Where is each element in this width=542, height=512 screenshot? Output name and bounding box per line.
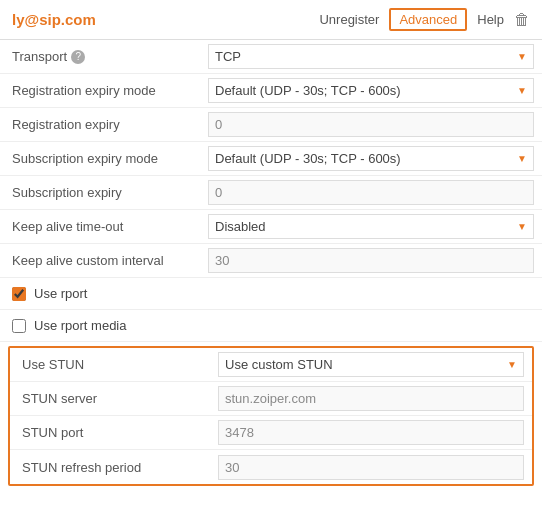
label-text: Transport [12, 49, 67, 64]
stun-row: STUN port [10, 416, 532, 450]
select-wrapper: Default (UDP - 30s; TCP - 600s)▼ [208, 78, 534, 103]
stun-value [210, 382, 532, 415]
unregister-link[interactable]: Unregister [319, 12, 379, 27]
checkbox-label: Use rport media [34, 318, 126, 333]
select-wrapper: Default (UDP - 30s; TCP - 600s)▼ [208, 146, 534, 171]
use-rport-checkbox[interactable] [12, 287, 26, 301]
select-wrapper: DisabledEnabled▼ [208, 214, 534, 239]
form-input[interactable] [208, 248, 534, 273]
form-value: Default (UDP - 30s; TCP - 600s)▼ [200, 74, 542, 107]
form-row: Registration expiry [0, 108, 542, 142]
form-row: Keep alive time-outDisabledEnabled▼ [0, 210, 542, 244]
form-value [200, 176, 542, 209]
account-title: ly@sip.com [12, 11, 96, 28]
label-text: Registration expiry [12, 117, 120, 132]
form-value: DisabledEnabled▼ [200, 210, 542, 243]
delete-icon[interactable]: 🗑 [514, 11, 530, 29]
label-text: Registration expiry mode [12, 83, 156, 98]
checkbox-row: Use rport media [0, 310, 542, 342]
stun-select-wrapper: Use custom STUNDisabledDefault▼ [218, 352, 524, 377]
form-row: Subscription expiry [0, 176, 542, 210]
stun-label: STUN server [10, 385, 210, 412]
form-select[interactable]: Default (UDP - 30s; TCP - 600s) [209, 147, 533, 170]
header-actions: Unregister Advanced Help 🗑 [319, 8, 530, 31]
form-label: Keep alive custom interval [0, 247, 200, 274]
label-text: Subscription expiry [12, 185, 122, 200]
form-row: Keep alive custom interval [0, 244, 542, 278]
form-label: Transport? [0, 43, 200, 70]
stun-value [210, 451, 532, 484]
form-select[interactable]: TCPUDPTLS [209, 45, 533, 68]
form-label: Registration expiry mode [0, 77, 200, 104]
stun-label: STUN port [10, 419, 210, 446]
stun-row: Use STUNUse custom STUNDisabledDefault▼ [10, 348, 532, 382]
help-icon[interactable]: ? [71, 50, 85, 64]
form-label: Registration expiry [0, 111, 200, 138]
form-value [200, 244, 542, 277]
label-text: Keep alive time-out [12, 219, 123, 234]
stun-input[interactable] [218, 386, 524, 411]
form-row: Subscription expiry modeDefault (UDP - 3… [0, 142, 542, 176]
form-label: Subscription expiry mode [0, 145, 200, 172]
stun-value [210, 416, 532, 449]
form-label: Subscription expiry [0, 179, 200, 206]
form-value: Default (UDP - 30s; TCP - 600s)▼ [200, 142, 542, 175]
stun-label: Use STUN [10, 351, 210, 378]
form-value: TCPUDPTLS▼ [200, 40, 542, 73]
form-select[interactable]: Default (UDP - 30s; TCP - 600s) [209, 79, 533, 102]
stun-select[interactable]: Use custom STUNDisabledDefault [219, 353, 523, 376]
label-text: Subscription expiry mode [12, 151, 158, 166]
stun-section: Use STUNUse custom STUNDisabledDefault▼S… [8, 346, 534, 486]
form-row: Transport?TCPUDPTLS▼ [0, 40, 542, 74]
help-link[interactable]: Help [477, 12, 504, 27]
use-rport-media-checkbox[interactable] [12, 319, 26, 333]
form-value [200, 108, 542, 141]
checkbox-row: Use rport [0, 278, 542, 310]
form-section: Transport?TCPUDPTLS▼Registration expiry … [0, 40, 542, 278]
stun-row: STUN refresh period [10, 450, 532, 484]
stun-input[interactable] [218, 420, 524, 445]
checkboxes-section: Use rportUse rport media [0, 278, 542, 342]
stun-row: STUN server [10, 382, 532, 416]
form-label: Keep alive time-out [0, 213, 200, 240]
form-input[interactable] [208, 180, 534, 205]
form-select[interactable]: DisabledEnabled [209, 215, 533, 238]
advanced-button[interactable]: Advanced [389, 8, 467, 31]
form-input[interactable] [208, 112, 534, 137]
checkbox-label: Use rport [34, 286, 87, 301]
label-text: Keep alive custom interval [12, 253, 164, 268]
stun-value: Use custom STUNDisabledDefault▼ [210, 348, 532, 381]
stun-input[interactable] [218, 455, 524, 480]
header: ly@sip.com Unregister Advanced Help 🗑 [0, 0, 542, 40]
form-row: Registration expiry modeDefault (UDP - 3… [0, 74, 542, 108]
stun-label: STUN refresh period [10, 454, 210, 481]
select-wrapper: TCPUDPTLS▼ [208, 44, 534, 69]
